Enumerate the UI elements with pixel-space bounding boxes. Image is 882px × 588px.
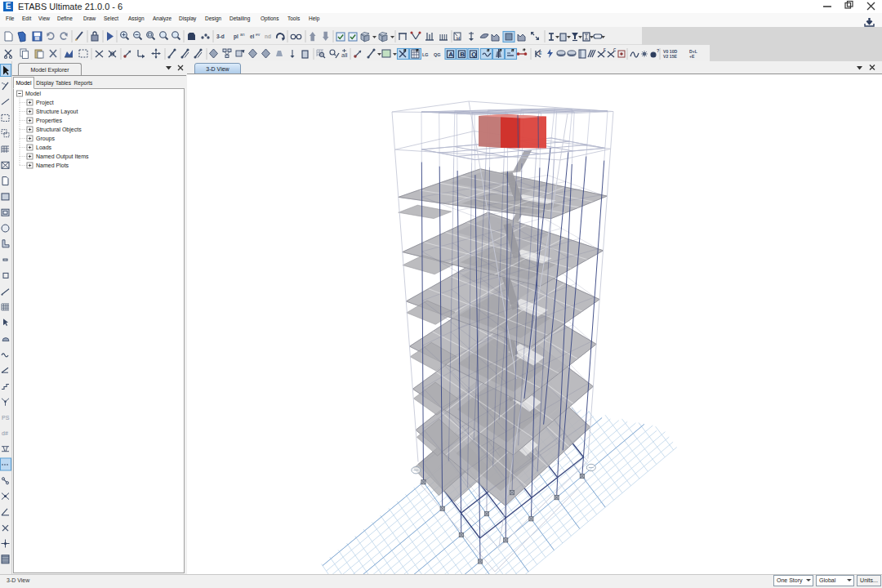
svg-text:d#: d# xyxy=(2,430,8,436)
svg-text:B: B xyxy=(460,51,465,58)
svg-text:A: A xyxy=(448,51,453,58)
svg-text:Properties: Properties xyxy=(36,118,62,124)
svg-text:QG: QG xyxy=(434,52,441,57)
svg-text:Structure Layout: Structure Layout xyxy=(36,109,78,115)
svg-text:H: H xyxy=(457,36,460,41)
svg-text:pl: pl xyxy=(234,33,238,40)
svg-text:E: E xyxy=(604,48,606,52)
svg-text:Groups: Groups xyxy=(36,136,55,142)
svg-text:Project: Project xyxy=(36,100,54,106)
svg-text:C: C xyxy=(613,48,617,52)
svg-text:Structural Objects: Structural Objects xyxy=(36,127,82,133)
svg-text:el: el xyxy=(250,33,255,39)
svg-text:Named Output Items: Named Output Items xyxy=(36,154,89,160)
svg-text:Named Plots: Named Plots xyxy=(36,163,69,168)
svg-text:PS: PS xyxy=(2,415,10,421)
svg-text:nd: nd xyxy=(265,33,271,39)
svg-text:Q: Q xyxy=(471,51,476,58)
svg-text:Model: Model xyxy=(25,91,42,96)
svg-text:+E: +E xyxy=(689,54,695,59)
svg-text:ev: ev xyxy=(256,32,261,37)
svg-text:?: ? xyxy=(657,48,660,53)
svg-text:3-d: 3-d xyxy=(216,33,225,39)
svg-text:E: E xyxy=(539,51,542,56)
svg-text:all: all xyxy=(341,51,348,59)
svg-text:V2 15E: V2 15E xyxy=(663,54,678,59)
svg-text:LG: LG xyxy=(422,52,429,57)
svg-text:an: an xyxy=(240,32,245,37)
svg-text:Loads: Loads xyxy=(36,145,52,150)
